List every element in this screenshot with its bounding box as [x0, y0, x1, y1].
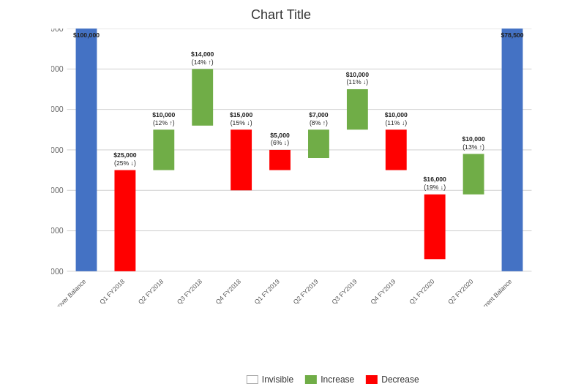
svg-text:$100,000: $100,000 [73, 31, 100, 39]
svg-text:$80,000: $80,000 [51, 146, 64, 154]
svg-text:$70,000: $70,000 [51, 186, 64, 195]
svg-text:$50,000: $50,000 [51, 267, 64, 276]
legend-increase-label: Increase [321, 374, 354, 385]
svg-text:$10,000: $10,000 [152, 111, 175, 118]
chart-title: Chart Title [51, 7, 547, 23]
svg-text:(19% ↓): (19% ↓) [424, 184, 446, 191]
svg-text:(6% ↓): (6% ↓) [271, 139, 289, 146]
chart-container: Chart Title $110,000$100,000$90,000$80,0… [0, 0, 562, 392]
svg-text:Q1 FY2019: Q1 FY2019 [253, 278, 281, 306]
svg-text:$14,000: $14,000 [191, 50, 214, 58]
svg-text:Q3 FY2019: Q3 FY2019 [330, 278, 358, 306]
svg-text:(12% ↑): (12% ↑) [153, 119, 175, 127]
svg-text:$7,000: $7,000 [309, 111, 329, 118]
legend-invisible-label: Invisible [262, 374, 293, 385]
svg-text:$90,000: $90,000 [51, 105, 64, 113]
svg-text:(25% ↓): (25% ↓) [114, 159, 136, 167]
svg-text:Q2 FY2020: Q2 FY2020 [446, 278, 474, 306]
svg-text:Q1 FY2018: Q1 FY2018 [98, 278, 126, 306]
svg-text:Q4 FY2018: Q4 FY2018 [214, 278, 242, 306]
legend-invisible: Invisible [247, 374, 293, 385]
svg-rect-37 [308, 129, 329, 158]
svg-text:Q1 FY2020: Q1 FY2020 [408, 278, 435, 306]
svg-text:$100,000: $100,000 [51, 64, 64, 73]
svg-rect-49 [424, 195, 446, 260]
increase-swatch [305, 375, 317, 384]
legend-increase: Increase [305, 374, 354, 385]
svg-rect-25 [192, 69, 213, 125]
svg-text:Carryover Balance: Carryover Balance [51, 278, 88, 306]
legend: Invisible Increase Decrease [247, 374, 419, 385]
svg-text:Current Balance: Current Balance [476, 278, 513, 306]
legend-decrease-label: Decrease [381, 374, 419, 385]
svg-text:$10,000: $10,000 [385, 111, 408, 118]
svg-text:(13% ↑): (13% ↑) [462, 143, 484, 151]
invisible-swatch [247, 375, 258, 384]
svg-text:(15% ↓): (15% ↓) [231, 119, 252, 127]
svg-text:(11% ↓): (11% ↓) [385, 119, 407, 127]
svg-rect-29 [231, 129, 252, 190]
svg-text:$110,000: $110,000 [51, 29, 64, 33]
svg-text:$78,500: $78,500 [501, 31, 523, 39]
svg-text:$60,000: $60,000 [51, 226, 64, 235]
svg-text:(8% ↑): (8% ↑) [310, 119, 328, 127]
svg-rect-17 [114, 170, 135, 271]
svg-text:$16,000: $16,000 [424, 176, 446, 183]
svg-text:Q2 FY2018: Q2 FY2018 [137, 278, 165, 306]
svg-text:$5,000: $5,000 [270, 132, 290, 139]
legend-decrease: Decrease [366, 374, 419, 385]
svg-rect-21 [153, 129, 174, 170]
svg-text:Q2 FY2019: Q2 FY2019 [292, 278, 320, 306]
svg-rect-57 [502, 29, 523, 271]
svg-text:$15,000: $15,000 [230, 111, 252, 118]
svg-text:(14% ↑): (14% ↑) [192, 59, 214, 66]
decrease-swatch [366, 375, 378, 384]
svg-rect-14 [76, 29, 97, 271]
svg-text:$25,000: $25,000 [113, 151, 136, 159]
svg-rect-41 [347, 89, 368, 129]
svg-text:Q4 FY2019: Q4 FY2019 [369, 278, 397, 306]
bars-svg: $110,000$100,000$90,000$80,000$70,000$60… [51, 29, 547, 306]
svg-rect-33 [269, 150, 291, 170]
svg-text:(11% ↓): (11% ↓) [346, 78, 368, 86]
svg-rect-45 [386, 129, 407, 170]
svg-text:$10,000: $10,000 [346, 71, 369, 78]
chart-area: $110,000$100,000$90,000$80,000$70,000$60… [51, 29, 547, 306]
svg-rect-53 [463, 154, 484, 194]
svg-text:Q3 FY2018: Q3 FY2018 [176, 278, 203, 306]
svg-text:$10,000: $10,000 [462, 135, 484, 143]
